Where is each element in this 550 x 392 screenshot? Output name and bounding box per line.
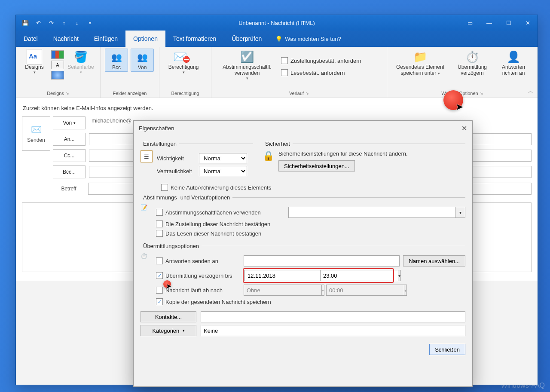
qat-undo-icon[interactable]: ↶ (33, 18, 43, 28)
delay-delivery-button[interactable]: ⏱️ Übermittlungverzögern (452, 49, 493, 77)
tell-me[interactable]: 💡 Was möchten Sie tun? (269, 31, 347, 47)
select-names-button[interactable]: Namen auswählen... (403, 255, 465, 266)
designs-button[interactable]: Designs ▾ (20, 49, 49, 75)
delivery-section-icon: ⏱️ (141, 253, 152, 308)
dialog-launcher-icon[interactable]: ↘ (480, 91, 483, 95)
settings-icon: ☰ (141, 150, 153, 162)
dialog-launcher-icon[interactable]: ↘ (306, 91, 309, 95)
voting-section-icon: 📝 (141, 204, 152, 239)
tab-format[interactable]: Text formatieren (165, 31, 224, 47)
delay-delivery-checkbox[interactable]: ✓Übermittlung verzögern bis (156, 272, 240, 279)
tab-options[interactable]: Optionen (125, 31, 165, 47)
von-button[interactable]: 👥 Von (131, 49, 154, 72)
from-picker-button[interactable]: Von ▾ (53, 116, 86, 129)
lightbulb-icon: 💡 (275, 36, 282, 42)
security-legend: Sicherheit (263, 141, 293, 147)
title-bar: 💾 ↶ ↷ ↑ ↓ ▾ Unbenannt - Nachricht (HTML)… (16, 15, 538, 31)
lock-icon: 🔒 (263, 150, 274, 162)
delay-icon: ⏱️ (452, 49, 492, 64)
reply-to-checkbox[interactable]: Antworten senden an (156, 257, 240, 264)
from-icon: 👥 (132, 50, 153, 64)
window-maximize-icon[interactable]: ☐ (499, 15, 518, 31)
reply-to-input[interactable] (244, 255, 400, 266)
tab-message[interactable]: Nachricht (46, 31, 86, 47)
voting-tracking-legend: Abstimmungs- und Verlaufoptionen (141, 194, 232, 201)
themes-icon (27, 49, 42, 64)
page-color-button[interactable]: 🪣 Seitenfarbe ▾ (67, 49, 95, 75)
voting-options-input[interactable] (288, 207, 455, 218)
ribbon: Designs ▾ A 🪣 Seitenfarbe ▾ Designs↘ (16, 47, 538, 98)
fonts-icon[interactable]: A (51, 61, 64, 69)
security-text: Sicherheitseinstellungen für diese Nachr… (278, 150, 408, 157)
close-button[interactable]: Schließen (429, 344, 465, 355)
qat-redo-icon[interactable]: ↷ (46, 18, 56, 28)
send-icon: ✉️ (31, 124, 42, 135)
dialog-title: Eigenschaften (139, 125, 174, 132)
confirm-read-checkbox[interactable]: Das Lesen dieser Nachricht bestätigen (156, 230, 261, 237)
tab-review[interactable]: Überprüfen (224, 31, 269, 47)
effects-icon[interactable] (51, 71, 64, 80)
bcc-button[interactable]: Bcc... (53, 165, 86, 178)
no-autoarchive-checkbox[interactable]: Keine AutoArchivierung dieses Elements (161, 184, 271, 191)
send-button[interactable]: ✉️ Senden (22, 116, 50, 151)
categories-button[interactable]: Kategorien ▾ (141, 325, 196, 336)
window-close-icon[interactable]: ✕ (518, 15, 538, 31)
direct-replies-icon: 👤 (496, 49, 531, 64)
contacts-button[interactable]: Kontakte... (141, 311, 196, 322)
bucket-icon: 🪣 (67, 49, 94, 64)
window-minimize-icon[interactable]: — (480, 15, 499, 31)
tab-file[interactable]: Datei (16, 31, 46, 47)
permission-button[interactable]: ✉️⛔ Berechtigung ▾ (164, 49, 203, 75)
cc-button[interactable]: Cc... (53, 149, 86, 162)
voting-button[interactable]: ☑️ Abstimmungsschaltfl. verwenden ▾ (216, 49, 278, 81)
delivery-options-legend: Übermittlungsoptionen (141, 243, 202, 249)
qat-save-icon[interactable]: 💾 (20, 18, 31, 28)
categories-input[interactable] (201, 325, 465, 336)
settings-legend: Einstellungen (141, 141, 179, 147)
cursor-icon: ➤ (166, 282, 171, 290)
save-sent-button[interactable]: 📁 Gesendetes Elementspeichern unter ▾ (391, 49, 449, 77)
window-title: Unbenannt - Nachricht (HTML) (238, 20, 315, 26)
delay-date-combo[interactable]: ▾ (244, 270, 317, 281)
save-copy-checkbox[interactable]: ✓Kopie der gesendeten Nachricht speicher… (156, 298, 271, 305)
tab-insert[interactable]: Einfügen (86, 31, 125, 47)
contacts-input[interactable] (201, 311, 465, 322)
permission-icon: ✉️⛔ (165, 49, 202, 64)
qat-up-icon[interactable]: ↑ (59, 18, 69, 28)
direct-replies-button[interactable]: 👤 Antwortenrichten an (495, 49, 532, 77)
bcc-icon: 👥 (106, 50, 127, 64)
sensitivity-select[interactable]: Normal (199, 166, 247, 176)
save-sent-icon: 📁 (392, 49, 448, 64)
delay-time-combo[interactable]: ▾ (320, 270, 392, 281)
confirm-delivery-checkbox[interactable]: Die Zustellung dieser Nachricht bestätig… (156, 220, 270, 227)
expires-date-combo: ▾ (244, 285, 316, 296)
properties-dialog: Eigenschaften ✕ Einstellungen ☰ Wichtigk… (133, 120, 473, 387)
cursor-icon: ➤ (455, 101, 463, 113)
dialog-launcher-icon[interactable]: ↘ (66, 91, 69, 95)
collapse-ribbon-icon[interactable]: ︿ (528, 88, 533, 95)
request-delivery-receipt[interactable]: Zustellungsbestät. anfordern (281, 57, 361, 64)
ribbon-tabbar: Datei Nachricht Einfügen Optionen Text f… (16, 31, 538, 47)
expires-time-combo: ▾ (326, 285, 398, 296)
use-voting-checkbox[interactable]: Abstimmungsschaltflächen verwenden (156, 209, 285, 216)
dialog-close-icon[interactable]: ✕ (461, 124, 467, 132)
importance-select[interactable]: Normal (199, 153, 247, 163)
colors-icon[interactable] (51, 50, 64, 59)
subject-label: Betreff (53, 186, 85, 192)
qat-down-icon[interactable]: ↓ (72, 18, 82, 28)
window-options-icon[interactable]: ▭ (460, 15, 480, 31)
voting-icon: ☑️ (217, 49, 278, 64)
qat-customize-icon[interactable]: ▾ (85, 18, 95, 28)
to-button[interactable]: An... (53, 133, 86, 146)
bcc-button[interactable]: 👥 Bcc (105, 49, 128, 72)
request-read-receipt[interactable]: Lesebestät. anfordern (281, 69, 361, 76)
security-settings-button[interactable]: Sicherheitseinstellungen... (278, 160, 355, 172)
